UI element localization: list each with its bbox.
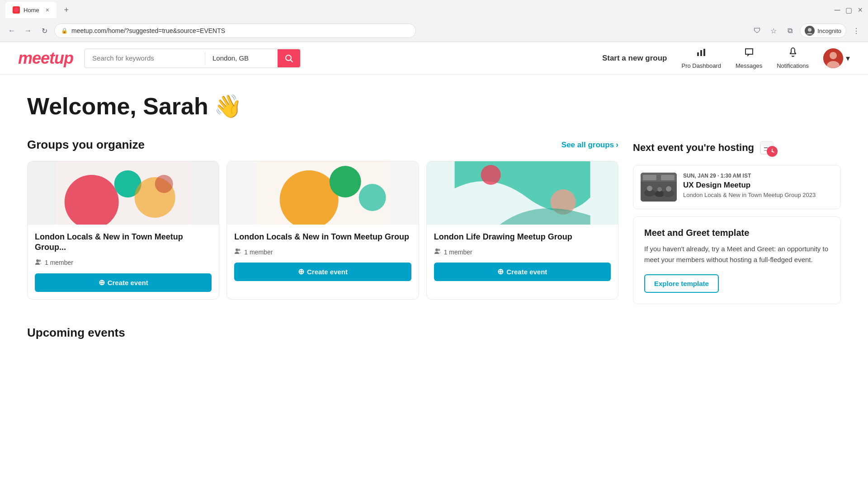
messages-icon (744, 47, 755, 61)
card-members: 1 member (35, 258, 212, 267)
create-event-button[interactable]: ⊕ Create event (35, 273, 212, 292)
svg-rect-44 (661, 175, 675, 180)
new-tab-button[interactable]: + (60, 4, 73, 16)
svg-point-41 (666, 186, 671, 192)
bar-chart-icon (696, 47, 707, 61)
svg-point-14 (155, 175, 173, 193)
groups-section-header: Groups you organize See all groups › (27, 138, 618, 152)
svg-rect-43 (643, 175, 656, 180)
explore-template-button[interactable]: Explore template (644, 274, 719, 293)
toolbar-actions: 🛡 ☆ ⧉ Incognito ⋮ (751, 23, 863, 38)
template-title: Meet and Greet template (644, 228, 830, 238)
card-members: 1 member (234, 248, 411, 256)
svg-point-8 (830, 52, 837, 59)
event-group: London Locals & New in Town Meetup Group… (683, 192, 833, 198)
template-card: Meet and Greet template If you haven't a… (633, 216, 841, 304)
window-minimize-button[interactable]: ─ (835, 5, 840, 15)
svg-point-19 (330, 166, 361, 197)
welcome-heading: Welcome, Sarah 👋 (27, 93, 841, 120)
card-title: London Life Drawing Meetup Group (434, 232, 611, 242)
search-submit-button[interactable] (278, 49, 300, 67)
create-event-button[interactable]: ⊕ Create event (434, 263, 611, 281)
security-lock-icon: 🔒 (61, 28, 68, 34)
start-new-group-link[interactable]: Start a new group (602, 54, 667, 63)
svg-point-24 (481, 165, 500, 185)
search-bar (84, 48, 301, 68)
tab-favicon (13, 6, 20, 14)
svg-point-16 (39, 259, 41, 262)
search-location-input[interactable] (205, 49, 278, 67)
card-body: London Life Drawing Meetup Group 1 membe… (427, 225, 618, 288)
address-bar[interactable]: 🔒 meetup.com/home/?suggested=true&source… (54, 23, 416, 38)
messages-label: Messages (736, 62, 762, 69)
refresh-button[interactable]: ↻ (38, 24, 51, 37)
shield-icon[interactable]: 🛡 (751, 24, 764, 37)
url-text: meetup.com/home/?suggested=true&source=E… (71, 27, 225, 34)
user-avatar[interactable] (823, 48, 843, 68)
group-card: London Locals & New in Town Meetup Group… (226, 161, 419, 300)
group-card: London Locals & New in Town Meetup Group… (27, 161, 219, 300)
create-event-button[interactable]: ⊕ Create event (234, 263, 411, 281)
card-members: 1 member (434, 248, 611, 256)
user-profile-area: ▾ (823, 48, 850, 68)
extensions-icon[interactable]: ⧉ (783, 24, 796, 37)
messages-link[interactable]: Messages (736, 47, 762, 69)
groups-section: Groups you organize See all groups › (27, 138, 618, 304)
incognito-avatar (805, 26, 815, 36)
notifications-label: Notifications (777, 62, 809, 69)
member-count: 1 member (45, 259, 73, 266)
member-count: 1 member (444, 249, 472, 256)
see-all-label: See all groups (561, 141, 614, 150)
tab-close-button[interactable]: × (46, 6, 49, 14)
see-all-arrow: › (616, 140, 618, 150)
event-name: UX Design Meetup (683, 181, 833, 190)
svg-point-27 (438, 249, 440, 251)
pro-dashboard-link[interactable]: Pro Dashboard (681, 47, 721, 69)
upcoming-events-title: Upcoming events (27, 326, 841, 340)
next-event-title: Next event you're hosting (633, 142, 754, 154)
plus-icon: ⊕ (497, 267, 504, 277)
create-event-label: Create event (506, 268, 547, 276)
browser-tab[interactable]: Home × (5, 2, 57, 18)
user-menu-chevron[interactable]: ▾ (846, 53, 850, 63)
next-event-section: Next event you're hosting (633, 138, 841, 304)
browser-toolbar: ← → ↻ 🔒 meetup.com/home/?suggested=true&… (0, 20, 868, 42)
member-count: 1 member (244, 249, 273, 256)
right-panel: Next event you're hosting (633, 138, 841, 304)
incognito-profile-button[interactable]: Incognito (800, 23, 846, 38)
svg-point-21 (236, 249, 238, 251)
card-image (227, 161, 418, 225)
bell-icon (788, 47, 798, 61)
see-all-groups-link[interactable]: See all groups › (561, 140, 618, 150)
window-maximize-button[interactable]: ▢ (845, 6, 852, 14)
notifications-link[interactable]: Notifications (777, 47, 809, 69)
svg-point-26 (435, 249, 438, 251)
members-icon (434, 248, 441, 256)
plus-icon: ⊕ (99, 278, 105, 287)
event-card[interactable]: SUN, JAN 29 · 1:30 AM IST UX Design Meet… (633, 165, 841, 209)
event-info: SUN, JAN 29 · 1:30 AM IST UX Design Meet… (683, 173, 833, 198)
window-close-button[interactable]: × (858, 5, 863, 15)
bookmark-icon[interactable]: ☆ (767, 24, 780, 37)
search-keyword-input[interactable] (85, 49, 205, 67)
event-thumbnail (641, 173, 677, 202)
card-title: London Locals & New in Town Meetup Group (234, 232, 411, 242)
welcome-text: Welcome, Sarah (27, 93, 208, 120)
svg-rect-29 (760, 141, 773, 146)
tab-label: Home (24, 7, 39, 14)
svg-line-3 (291, 60, 293, 62)
card-image (28, 161, 219, 225)
card-body: London Locals & New in Town Meetup Group… (28, 225, 219, 299)
pro-dashboard-label: Pro Dashboard (681, 62, 721, 69)
incognito-label: Incognito (817, 28, 841, 34)
card-title: London Locals & New in Town Meetup Group… (35, 232, 212, 253)
create-event-label: Create event (108, 279, 148, 286)
back-button[interactable]: ← (5, 24, 18, 37)
forward-button[interactable]: → (22, 24, 34, 37)
browser-menu-button[interactable]: ⋮ (850, 24, 863, 37)
browser-titlebar: Home × + ─ ▢ × (0, 0, 868, 20)
event-date: SUN, JAN 29 · 1:30 AM IST (683, 173, 833, 179)
card-image (427, 161, 618, 225)
plus-icon: ⊕ (298, 267, 304, 277)
meetup-logo[interactable]: meetup (18, 50, 73, 66)
